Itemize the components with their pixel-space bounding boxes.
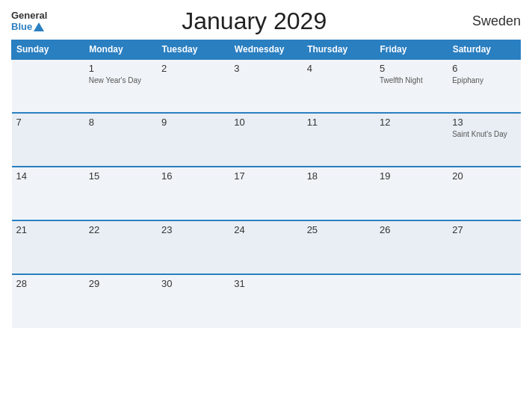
day-number: 25: [307, 224, 371, 235]
calendar-cell: 12: [375, 113, 448, 167]
calendar-cell: 29: [84, 274, 157, 328]
day-number: 17: [234, 170, 297, 182]
day-number: 26: [380, 224, 443, 235]
calendar-week-row: 21222324252627: [12, 220, 521, 274]
calendar-cell: 19: [375, 167, 448, 220]
header-sunday: Sunday: [12, 40, 84, 60]
calendar-cell: 27: [448, 220, 520, 274]
calendar-cell: 20: [448, 167, 520, 220]
calendar-cell: 14: [12, 167, 84, 220]
holiday-name: Twelfth Night: [380, 75, 443, 85]
calendar-cell: 4: [303, 59, 375, 113]
header-friday: Friday: [375, 40, 448, 60]
header-wednesday: Wednesday: [229, 40, 302, 60]
calendar-week-row: 14151617181920: [12, 167, 521, 220]
day-number: 30: [161, 278, 225, 289]
day-number: 21: [16, 224, 80, 235]
calendar-cell: 13Saint Knut's Day: [448, 113, 520, 167]
calendar-cell: 21: [12, 220, 84, 274]
day-number: 27: [452, 224, 516, 235]
calendar-cell: [303, 274, 375, 328]
calendar-cell: 28: [12, 274, 84, 328]
holiday-name: New Year's Day: [89, 75, 152, 85]
day-number: 28: [16, 278, 80, 289]
logo-general-text: General: [11, 10, 47, 21]
day-number: 23: [161, 224, 225, 235]
logo-triangle-icon: [34, 22, 44, 31]
day-number: 14: [16, 170, 80, 182]
calendar-cell: [375, 274, 448, 328]
calendar-cell: 11: [303, 113, 375, 167]
holiday-name: Saint Knut's Day: [452, 129, 516, 139]
calendar-cell: 25: [303, 220, 375, 274]
day-number: 22: [89, 224, 152, 235]
weekday-header-row: Sunday Monday Tuesday Wednesday Thursday…: [12, 40, 521, 60]
calendar-week-row: 1New Year's Day2345Twelfth Night6Epiphan…: [12, 59, 521, 113]
calendar-cell: 10: [229, 113, 302, 167]
day-number: 4: [307, 63, 371, 74]
calendar-cell: 5Twelfth Night: [375, 59, 448, 113]
calendar-cell: [12, 59, 84, 113]
calendar-cell: 16: [157, 167, 229, 220]
calendar-header: General Blue January 2029 Sweden: [11, 7, 521, 35]
day-number: 19: [380, 170, 443, 182]
calendar-cell: 9: [157, 113, 229, 167]
header-saturday: Saturday: [448, 40, 520, 60]
calendar-cell: 1New Year's Day: [84, 59, 157, 113]
calendar-cell: 8: [84, 113, 157, 167]
day-number: 24: [234, 224, 297, 235]
day-number: 31: [234, 278, 297, 289]
calendar-container: General Blue January 2029 Sweden Sunday …: [0, 0, 532, 411]
day-number: 3: [234, 63, 297, 74]
calendar-cell: [448, 274, 520, 328]
day-number: 1: [89, 63, 152, 74]
calendar-cell: 24: [229, 220, 302, 274]
calendar-week-row: 78910111213Saint Knut's Day: [12, 113, 521, 167]
calendar-cell: 2: [157, 59, 229, 113]
day-number: 29: [89, 278, 152, 289]
day-number: 16: [161, 170, 225, 182]
day-number: 20: [452, 170, 516, 182]
header-tuesday: Tuesday: [157, 40, 229, 60]
day-number: 18: [307, 170, 371, 182]
calendar-table: Sunday Monday Tuesday Wednesday Thursday…: [11, 40, 521, 328]
day-number: 10: [234, 117, 297, 128]
calendar-cell: 3: [229, 59, 302, 113]
calendar-cell: 6Epiphany: [448, 59, 520, 113]
calendar-cell: 17: [229, 167, 302, 220]
logo-blue-text: Blue: [11, 22, 32, 32]
calendar-cell: 15: [84, 167, 157, 220]
day-number: 2: [161, 63, 225, 74]
month-title: January 2029: [47, 7, 461, 35]
day-number: 5: [380, 63, 443, 74]
country-label: Sweden: [461, 13, 521, 29]
calendar-cell: 23: [157, 220, 229, 274]
header-monday: Monday: [84, 40, 157, 60]
day-number: 6: [452, 63, 516, 74]
calendar-cell: 7: [12, 113, 84, 167]
header-thursday: Thursday: [303, 40, 375, 60]
day-number: 7: [16, 117, 80, 128]
day-number: 9: [161, 117, 225, 128]
day-number: 11: [307, 117, 371, 128]
logo: General Blue: [11, 10, 47, 32]
calendar-cell: 22: [84, 220, 157, 274]
holiday-name: Epiphany: [452, 75, 516, 85]
day-number: 13: [452, 117, 516, 128]
day-number: 8: [89, 117, 152, 128]
day-number: 15: [89, 170, 152, 182]
calendar-week-row: 28293031: [12, 274, 521, 328]
calendar-cell: 18: [303, 167, 375, 220]
calendar-cell: 31: [229, 274, 302, 328]
day-number: 12: [380, 117, 443, 128]
calendar-cell: 26: [375, 220, 448, 274]
calendar-cell: 30: [157, 274, 229, 328]
